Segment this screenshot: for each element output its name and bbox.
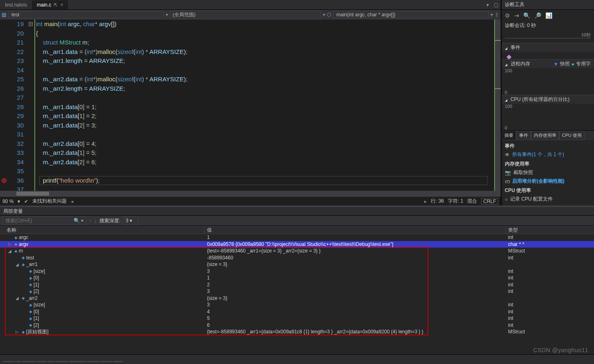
expand-icon[interactable]: ▷	[7, 242, 13, 246]
cpu-record-button[interactable]: ○记录 CPU 配置文件	[505, 195, 591, 203]
variable-icon: ◈	[28, 289, 34, 294]
split-icon[interactable]: ‡	[495, 12, 498, 18]
zoom-out-icon[interactable]: 🔎	[534, 12, 541, 19]
expand-icon[interactable]: ◢	[7, 249, 13, 253]
diagnostics-panel: 诊断工具 ⚙ ⇥ 🔍 🔎 📊 诊断会话: 0 秒 10秒 事件 ◆ 进程内存 ▼…	[501, 0, 594, 205]
expand-icon: ▷	[14, 255, 20, 260]
variable-icon: ◈	[28, 323, 34, 327]
heap-analysis-link[interactable]: 🗃启用堆分析(会影响性能)	[505, 177, 591, 185]
table-row[interactable]: ▷◈ argv0x009a9578 {0x009a9580 "D:\\proje…	[0, 241, 594, 248]
locals-title: 局部变量	[0, 207, 594, 215]
variable-icon: ◈	[20, 296, 26, 300]
expand-icon[interactable]: ◢	[14, 262, 20, 267]
diag-tab[interactable]: 事件	[516, 131, 531, 140]
section-cpu[interactable]: CPU (所有处理器的百分比)	[502, 95, 594, 104]
table-row[interactable]: ▷◈ [size]3int	[0, 301, 594, 308]
zoom-in-icon[interactable]: 🔍	[523, 12, 530, 19]
table-row[interactable]: ▷◈ [1]5int	[0, 315, 594, 322]
header-value[interactable]: 值	[205, 226, 506, 234]
table-row[interactable]: ◢◈ _arr2{size = 3}	[0, 295, 594, 302]
diag-session: 诊断会话: 0 秒	[502, 21, 594, 30]
expand-icon: ▷	[7, 235, 13, 240]
editor-status-bar: 90 % ▾ ✔ 未找到相关问题 ◂ ▸ 行: 36 字符: 1 混合 CRLF	[0, 197, 501, 205]
code-editor[interactable]: 19202122232425262728293031323334353637 −…	[0, 20, 501, 191]
diag-tab[interactable]: 内存使用率	[531, 131, 559, 140]
expand-icon[interactable]: ◢	[14, 296, 20, 300]
section-memory[interactable]: 进程内存 ▼快照 ●专用字	[502, 59, 594, 68]
expand-icon[interactable]: ▷	[14, 330, 20, 334]
variable-icon: ◈	[13, 249, 19, 253]
search-icon[interactable]: 🔍 ▾	[74, 218, 83, 223]
indent-mode[interactable]: 混合	[467, 198, 477, 205]
step-icon[interactable]: ⇥	[514, 12, 519, 19]
window-split-icon[interactable]: ▢	[491, 2, 501, 8]
variable-icon: ◈	[13, 235, 19, 240]
table-row[interactable]: ▷◈ [0]4int	[0, 308, 594, 315]
events-all-link[interactable]: 👁所有事件(1 个，共 1 个)	[505, 150, 591, 159]
search-field[interactable]	[5, 218, 67, 223]
close-icon[interactable]: ×	[60, 2, 63, 8]
expand-icon: ▷	[21, 303, 28, 307]
crumb-arrow[interactable]: ▾	[166, 12, 168, 18]
zoom-dropdown-icon[interactable]: ▾	[18, 199, 20, 204]
table-row[interactable]: ▷◈ [size]3int	[0, 268, 594, 275]
depth-label: 搜索深度:	[99, 217, 120, 224]
diag-tab[interactable]: 摘要	[502, 131, 516, 140]
table-row[interactable]: ◢◈ m{test=-858993460 _arr1={size = 3} _a…	[0, 248, 594, 255]
search-input[interactable]: 🔍 ▾	[2, 217, 86, 225]
overview-ruler[interactable]	[495, 20, 501, 191]
header-name[interactable]: 名称	[0, 226, 205, 234]
variable-icon: ◈	[28, 282, 34, 287]
crumb-scope[interactable]: (全局范围)	[170, 11, 321, 19]
fold-icon[interactable]: −	[29, 22, 33, 26]
crumb-project[interactable]: test	[9, 11, 164, 18]
breakpoint-icon[interactable]	[2, 178, 7, 183]
table-row[interactable]: ▷◈ [1]2int	[0, 281, 594, 288]
search-next-icon[interactable]: ↓	[94, 217, 97, 224]
locals-grid[interactable]: ▷◈ argc1int▷◈ argv0x009a9578 {0x009a9580…	[0, 234, 594, 354]
depth-select[interactable]: 3 ▾	[123, 217, 138, 225]
diag-toolbar: ⚙ ⇥ 🔍 🔎 📊	[502, 10, 594, 21]
snapshot-button[interactable]: 📷截取快照	[505, 168, 591, 177]
project-icon: ▤	[2, 12, 6, 18]
expand-icon: ▷	[21, 289, 28, 294]
header-type[interactable]: 类型	[506, 226, 594, 234]
variable-icon: ◈	[13, 242, 19, 246]
diag-ruler: 10秒	[502, 30, 594, 38]
crumb-function[interactable]: main(int argc, char * argv[])	[333, 11, 489, 18]
expand-icon: ▷	[21, 323, 28, 327]
table-row[interactable]: ▷◈ [2]6int	[0, 322, 594, 329]
table-row[interactable]: ▷◈ argc1int	[0, 234, 594, 241]
tab-natvis[interactable]: test.natvis	[0, 0, 32, 9]
line-ending[interactable]: CRLF	[481, 198, 498, 205]
table-row[interactable]: ◢◈ _arr1{size = 3}	[0, 261, 594, 268]
tab-main-c[interactable]: main.c⇱×	[32, 0, 68, 9]
search-prev-icon[interactable]: ↑	[89, 217, 92, 224]
section-events[interactable]: 事件	[502, 43, 594, 52]
crumb-arrow[interactable]: ▾	[491, 12, 493, 18]
expand-icon: ▷	[21, 282, 28, 287]
diag-tabs: 摘要事件内存使用率CPU 使用	[502, 130, 594, 140]
pin-icon[interactable]: ⇱	[54, 2, 58, 8]
table-row[interactable]: ▷◈ [2]3int	[0, 288, 594, 295]
variable-icon: ◈	[28, 276, 34, 280]
locals-search-row: 🔍 ▾ ↑ ↓ 搜索深度: 3 ▾	[0, 215, 594, 226]
zoom-level[interactable]: 90 %	[2, 199, 14, 204]
crumb-arrow[interactable]: ▾	[323, 12, 325, 18]
horizontal-scrollbar[interactable]	[0, 191, 501, 197]
dropdown-icon[interactable]: ▾	[484, 2, 491, 8]
variable-icon: ◈	[28, 309, 34, 314]
table-row[interactable]: ▷◈ [原始视图]{test=-858993460 _arr1={data=0x…	[0, 328, 594, 335]
breadcrumb: ▤ test ▾ (全局范围) ▾ ⬡ main(int argc, char …	[0, 10, 501, 20]
locals-header: 名称 值 类型	[0, 226, 594, 234]
watermark: CSDN @yanghuo11	[533, 347, 588, 353]
expand-icon: ▷	[21, 316, 28, 321]
variable-icon: ◈	[20, 262, 26, 267]
table-row[interactable]: ▷◈ test-858993460int	[0, 255, 594, 261]
issues-text[interactable]: 未找到相关问题	[32, 198, 67, 205]
cursor-line: 行: 36	[431, 198, 444, 205]
diag-tab[interactable]: CPU 使用	[559, 131, 585, 140]
gear-icon[interactable]: ⚙	[505, 12, 510, 19]
chart-icon[interactable]: 📊	[545, 12, 552, 19]
table-row[interactable]: ▷◈ [0]1int	[0, 275, 594, 281]
